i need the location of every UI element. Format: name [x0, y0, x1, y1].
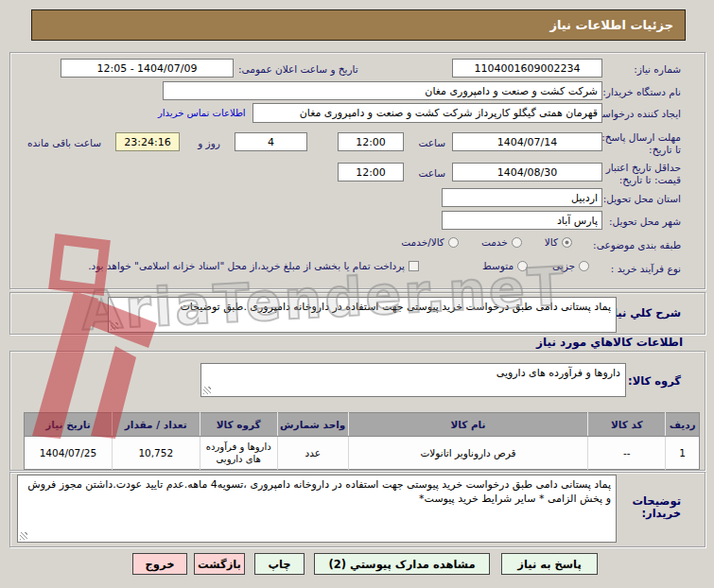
- goods-section-title: اطلاعات کالاهاي مورد نیاز: [536, 337, 683, 349]
- treasury-note: پرداخت تمام یا بخشی از مبلغ خرید،از محل …: [88, 260, 405, 271]
- goods-group-textarea[interactable]: داروها و فرآورده های دارویی: [200, 363, 626, 397]
- process-option-medium[interactable]: متوسط: [482, 260, 528, 271]
- delivery-province-field[interactable]: اردبیل: [442, 188, 602, 207]
- col-unit: واحد شمارش: [277, 413, 348, 437]
- need-number-label: شماره نیاز:: [634, 63, 681, 76]
- classification-label: طبقه بندی موضوعی:: [593, 239, 681, 251]
- table-header-row: ردیف کد کالا نام کالا واحد شمارش گروه کا…: [25, 413, 700, 437]
- request-creator-label: ایجاد کننده درخواست:: [589, 108, 681, 120]
- col-goods-group: گروه کالا: [200, 413, 277, 437]
- deadline-hour-label: ساعت: [413, 137, 445, 149]
- validity-hour-label: ساعت: [413, 167, 445, 180]
- cell-unit: عدد: [277, 437, 348, 470]
- col-goods-code: کد کالا: [588, 413, 666, 437]
- need-details-page: { "banner": {"title": "جزئیات اطلاعات نی…: [0, 0, 714, 588]
- classification-options: کالا خدمت کالا/خدمت: [362, 236, 572, 248]
- response-deadline-label: مهلت ارسال پاسخ: تا تاریخ:: [600, 131, 681, 156]
- radio-medium-icon[interactable]: [517, 261, 528, 271]
- radio-minor-icon[interactable]: [579, 261, 589, 271]
- cell-quantity: 10,752: [112, 437, 200, 470]
- col-quantity: تعداد / مقدار: [112, 413, 200, 437]
- buyer-org-label: نام دستگاه خریدار:: [602, 86, 681, 98]
- remaining-hours-label: ساعت باقی مانده: [17, 137, 112, 149]
- delivery-city-label: شهر محل تحویل:: [609, 216, 681, 228]
- col-goods-name: نام کالا: [348, 413, 587, 437]
- buyer-org-field[interactable]: شرکت کشت و صنعت و دامپروری مغان: [163, 81, 602, 100]
- table-row: 1 -- قرص داروناویر اتانولات عدد داروها و…: [25, 437, 700, 470]
- back-button[interactable]: بازگشت: [194, 553, 245, 575]
- remaining-days-conj-label: روز و: [187, 137, 231, 149]
- treasury-payment-option[interactable]: پرداخت تمام یا بخشی از مبلغ خرید،از محل …: [88, 260, 419, 271]
- radio-goods-icon[interactable]: [562, 237, 572, 248]
- col-need-date: تاریخ نیاز: [25, 413, 113, 437]
- resize-grip-icon[interactable]: [111, 322, 118, 330]
- buyer-notes-textarea[interactable]: پماد پستانی دامی طبق درخواست خرید پیوستی…: [17, 475, 617, 543]
- goods-group-label: گروه کالا:: [628, 375, 681, 388]
- resize-grip-icon[interactable]: [20, 532, 27, 540]
- remaining-countdown-field: 23:24:16: [115, 132, 180, 151]
- price-validity-date-field[interactable]: 1404/08/30: [452, 163, 602, 182]
- response-deadline-date-field[interactable]: 1404/07/14: [452, 132, 602, 151]
- cell-goods-group: داروها و فرآورده های دارویی: [200, 437, 277, 470]
- radio-service-icon[interactable]: [512, 237, 522, 248]
- delivery-province-label: استان محل تحویل:: [603, 193, 681, 205]
- request-creator-field[interactable]: قهرمان همتی گیگلو کارپرداز شرکت کشت و صن…: [253, 103, 602, 123]
- remaining-days-field[interactable]: 4: [235, 132, 307, 151]
- resize-grip-icon[interactable]: [203, 387, 211, 394]
- print-button[interactable]: چاپ: [254, 553, 305, 575]
- classification-option-service[interactable]: خدمت: [481, 236, 522, 248]
- col-row-number: ردیف: [666, 413, 700, 437]
- page-title: جزئیات اطلاعات نیاز: [549, 18, 673, 32]
- announce-datetime-field[interactable]: 12:05 - 1404/07/09: [61, 59, 234, 78]
- treasury-checkbox[interactable]: [409, 261, 419, 271]
- goods-table-wrap: ردیف کد کالا نام کالا واحد شمارش گروه کا…: [24, 412, 700, 470]
- classification-option-goods[interactable]: کالا: [545, 236, 572, 248]
- price-validity-time-field[interactable]: 12:00: [338, 163, 404, 182]
- delivery-city-field[interactable]: پارس آباد: [442, 211, 602, 230]
- goods-table: ردیف کد کالا نام کالا واحد شمارش گروه کا…: [24, 412, 700, 470]
- response-deadline-time-field[interactable]: 12:00: [338, 132, 404, 151]
- cell-goods-code: --: [588, 437, 666, 470]
- view-attached-docs-button[interactable]: مشاهده مدارک پیوستي (2): [314, 553, 490, 575]
- page-header: جزئیات اطلاعات نیاز: [31, 9, 686, 41]
- need-number-field[interactable]: 1104001609002234: [452, 59, 602, 78]
- classification-option-goods-service[interactable]: کالا/خدمت: [401, 236, 459, 248]
- buyer-notes-label: توضیحات خریدار:: [618, 495, 681, 520]
- cell-need-date: 1404/07/25: [25, 437, 113, 470]
- process-type-options: جزیی متوسط: [438, 260, 589, 271]
- respond-to-need-button[interactable]: پاسخ به نیاز: [501, 553, 598, 575]
- process-type-label: نوع فرآیند خرید :: [611, 263, 681, 275]
- exit-button[interactable]: خروج: [132, 553, 187, 575]
- radio-goods-service-icon[interactable]: [448, 237, 459, 248]
- announce-datetime-label: تاریخ و ساعت اعلان عمومی:: [238, 63, 412, 76]
- process-option-minor[interactable]: جزیی: [552, 260, 589, 271]
- cell-goods-name: قرص داروناویر اتانولات: [348, 437, 587, 470]
- buyer-contact-link[interactable]: اطلاعات تماس خریدار: [158, 108, 246, 118]
- price-validity-label: حداقل تاریخ اعتبار قیمت: تا تاریخ:: [598, 162, 681, 186]
- need-desc-textarea[interactable]: پماد پستانی دامی طبق درخواست خرید پیوستی…: [108, 297, 617, 333]
- cell-row-number: 1: [666, 437, 700, 470]
